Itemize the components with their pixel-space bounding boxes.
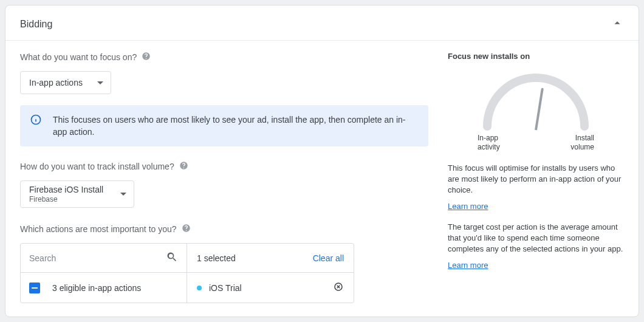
track-question-label: How do you want to track install volume? (20, 162, 174, 171)
checkbox-indeterminate-icon[interactable] (29, 283, 40, 293)
caret-down-icon (97, 81, 103, 84)
selected-action-label: iOS Trial (209, 283, 242, 293)
search-icon[interactable] (166, 251, 178, 265)
focus-question-label: What do you want to focus on? (20, 52, 137, 62)
selected-action-chip: iOS Trial (197, 283, 242, 293)
actions-search-cell[interactable]: Search (21, 244, 187, 272)
collapse-chevron-up-icon[interactable] (611, 16, 624, 32)
track-question-row: How do you want to track install volume? (20, 161, 428, 172)
eligible-actions-label: 3 eligible in-app actions (52, 283, 141, 293)
track-dropdown[interactable]: Firebase iOS Install Firebase (20, 180, 134, 208)
search-input[interactable]: Search (29, 253, 157, 263)
actions-table: Search 1 selected Clear all 3 eligible i… (20, 243, 354, 303)
card-body: What do you want to focus on? In-app act… (5, 41, 639, 303)
info-icon (30, 114, 42, 138)
focus-dropdown[interactable]: In-app actions (20, 71, 111, 94)
help-icon[interactable] (182, 224, 191, 235)
track-dropdown-subvalue: Firebase (29, 195, 103, 204)
learn-more-link-2[interactable]: Learn more (448, 261, 488, 270)
selected-count-label: 1 selected (197, 253, 236, 263)
left-column: What do you want to focus on? In-app act… (20, 52, 428, 303)
help-icon[interactable] (142, 52, 151, 63)
focus-question-row: What do you want to focus on? (20, 52, 428, 63)
info-banner-text: This focuses on users who are most likel… (53, 114, 419, 138)
gauge-left-label: In-app activity (478, 134, 520, 152)
actions-question-label: Which actions are most important to you? (20, 224, 177, 234)
actions-table-row: 3 eligible in-app actions iOS Trial (21, 273, 354, 303)
bidding-card: Bidding What do you want to focus on? In… (5, 5, 639, 317)
right-panel: Focus new installs on In-app activity In… (448, 52, 624, 303)
track-dropdown-value: Firebase iOS Install (29, 185, 103, 194)
actions-table-header: Search 1 selected Clear all (21, 244, 354, 273)
status-dot-icon (197, 286, 202, 290)
actions-question-row: Which actions are most important to you? (20, 224, 428, 235)
eligible-actions-cell[interactable]: 3 eligible in-app actions (21, 273, 187, 303)
right-paragraph-1: This focus will optimise for installs by… (448, 163, 624, 196)
help-icon[interactable] (179, 161, 188, 172)
card-title: Bidding (20, 19, 52, 30)
right-paragraph-2: The target cost per action is the averag… (448, 222, 624, 255)
focus-dropdown-value: In-app actions (29, 78, 83, 87)
clear-all-button[interactable]: Clear all (313, 253, 344, 263)
card-header: Bidding (5, 5, 639, 41)
gauge-widget: In-app activity Install volume (448, 66, 624, 152)
remove-icon[interactable] (333, 281, 344, 294)
gauge-right-label: Install volume (552, 134, 594, 152)
caret-down-icon (120, 193, 126, 196)
right-panel-title: Focus new installs on (448, 52, 624, 61)
learn-more-link-1[interactable]: Learn more (448, 202, 488, 211)
info-banner: This focuses on users who are most likel… (20, 105, 428, 146)
selected-action-cell: iOS Trial (187, 273, 354, 303)
gauge-labels: In-app activity Install volume (478, 134, 594, 152)
actions-selected-header: 1 selected Clear all (187, 244, 354, 272)
gauge-arc (478, 66, 594, 132)
